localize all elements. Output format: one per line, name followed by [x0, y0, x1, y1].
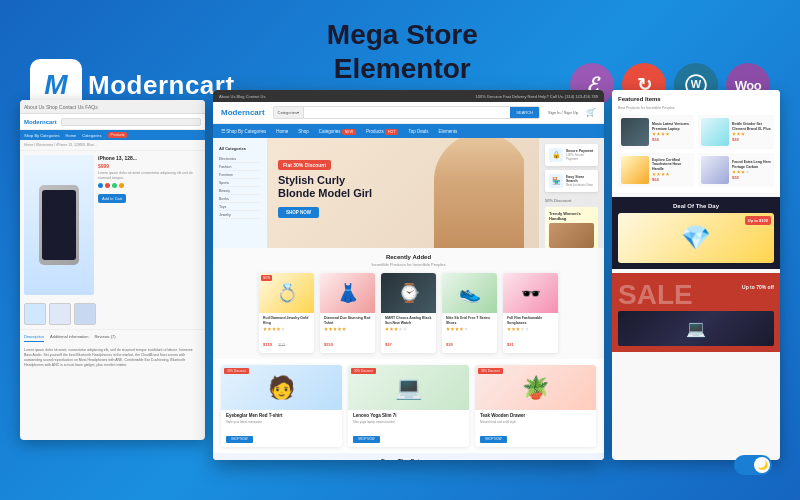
cat-furniture[interactable]: Furniture [219, 171, 261, 179]
star2 [268, 327, 272, 331]
cat-products[interactable]: Products HOT [366, 129, 398, 134]
tab-reviews[interactable]: Reviews (7) [94, 332, 115, 342]
sale-section: SALE Up to 70% off 💻 [612, 273, 780, 352]
toggle-thumb: 🌙 [754, 457, 770, 473]
cat-elements[interactable]: Elements [438, 129, 457, 134]
star4 [277, 327, 281, 331]
cat-home[interactable]: Home [276, 129, 288, 134]
jewelry-image: NEW 💍 [259, 273, 314, 313]
color-yellow[interactable] [119, 183, 124, 188]
laptop-name: Music Latest Ventures Premium Laptop [652, 122, 691, 131]
tab-additional-info[interactable]: Additional information [50, 332, 88, 342]
bottle-image [701, 118, 729, 146]
discount-label: 50% Discount [545, 198, 598, 203]
deal-headphones: 35% Discount 🧑 Eyebeglar Men Red T-shirt… [221, 365, 342, 447]
deal-yoga-sub: Slim yoga laptop newest model [353, 420, 464, 424]
teak-deal-image: 36% Discount 🪴 [475, 365, 596, 410]
title-line1: Mega Store Elementor [327, 19, 478, 84]
bottle-info: Bottle Grinder Set Clement Brand XL Plus… [732, 122, 771, 142]
cat-categories[interactable]: Categories NEW [319, 129, 356, 134]
star5 [525, 327, 529, 331]
cat-jewelry[interactable]: Jewelry [219, 211, 261, 219]
cat-shop[interactable]: Shop [298, 129, 309, 134]
screenshot-left: About Us Shop Contact Us FAQs Moderncart… [20, 100, 205, 440]
search-category-select[interactable]: Categories ▾ [274, 107, 304, 118]
laptop-price: $34 [652, 137, 691, 142]
hero-shop-now-button[interactable]: SHOP NOW [278, 207, 319, 218]
glasses-name: Full Rim Fashionable Sunglasses [507, 316, 554, 325]
watch-stars [385, 327, 432, 331]
thumb-3[interactable] [74, 303, 96, 325]
product-price: $999 [98, 163, 201, 169]
feat-lamp: Explore Certified Touchstone Hose Handle… [618, 153, 694, 187]
color-blue[interactable] [98, 183, 103, 188]
bottle-price: $28 [732, 137, 771, 142]
suitcase-stars [732, 170, 771, 174]
sale-content: SALE Up to 70% off [618, 279, 774, 311]
hero-text: Flat 30% Discount Stylish Curly Blonde M… [278, 153, 378, 218]
deal-headphones-btn[interactable]: SHOP NOW [226, 436, 253, 443]
headphones-info: Eyebeglar Men Red T-shirt Style your lat… [221, 410, 342, 447]
deal-teak-btn[interactable]: SHOP NOW [480, 436, 507, 443]
deal-yoga-btn[interactable]: SHOP NOW [353, 436, 380, 443]
thumb-2[interactable] [49, 303, 71, 325]
cat-fashion[interactable]: Fashion [219, 163, 261, 171]
s2 [657, 132, 661, 136]
color-red[interactable] [105, 183, 110, 188]
center-search-bar[interactable]: Categories ▾ SEARCH [273, 106, 540, 119]
star1 [324, 327, 328, 331]
thumb-1[interactable] [24, 303, 46, 325]
clothing-name: Diamond Duo Stunning Red Tshirt [324, 316, 371, 325]
featured-title: Featured Items [618, 96, 774, 102]
lamp-image [621, 156, 649, 184]
feature-sub: 100% Secure Payment [566, 153, 594, 161]
cat-sports[interactable]: Sports [219, 179, 261, 187]
glasses-icon: 🕶️ [521, 284, 541, 303]
bottle-stars [732, 132, 771, 136]
cat-beauty[interactable]: Beauty [219, 187, 261, 195]
dark-mode-toggle[interactable]: 🌙 [734, 455, 772, 475]
product-card-jewelry: NEW 💍 Ruil Diamond Jewelry Gold Ring [259, 273, 314, 353]
hero-model-area [424, 138, 524, 248]
store-icon: 🏪 [549, 174, 563, 188]
shoes-image: 👟 [442, 273, 497, 313]
deal-headphones-name: Eyebeglar Men Red T-shirt [226, 413, 337, 418]
phone-image [39, 185, 79, 265]
recently-section-sub: Incredible Products for Incredible Peopl… [221, 262, 596, 267]
cat-top-deals[interactable]: Top Deals [408, 129, 428, 134]
product-title: iPhone 13, 128... [98, 155, 201, 161]
stars [263, 327, 310, 331]
cat-toys[interactable]: Toys [219, 203, 261, 211]
teak-info: Teak Wooden Drawer Natural teak and soli… [475, 410, 596, 447]
cat-books[interactable]: Books [219, 195, 261, 203]
watch-icon: ⌚ [398, 282, 420, 304]
sale-discount: Up to 70% off [742, 284, 774, 290]
suitcase-price: $38 [732, 175, 771, 180]
product-details: iPhone 13, 128... $999 Lorem ipsum dolor… [98, 155, 201, 295]
topbar-left: About Us Blog Contact Us [219, 94, 265, 99]
star3 [333, 327, 337, 331]
product-tabs: Description Additional information Revie… [20, 329, 205, 344]
left-navbar: Moderncart [20, 114, 205, 130]
feat-suitcase: Found Extra Long Hem Portage Carbon $38 [698, 153, 774, 187]
feature-store-sub: Best Locations Near [566, 183, 594, 187]
product-card-clothing: 👗 Diamond Duo Stunning Red Tshirt [320, 273, 375, 353]
search-button[interactable]: SEARCH [510, 107, 539, 118]
color-green[interactable] [112, 183, 117, 188]
left-search[interactable] [61, 118, 201, 126]
breadcrumb: Home / Electronics / iPhone 13, 128GB, B… [24, 143, 97, 147]
glasses-info: Full Rim Fashionable Sunglasses $21 [503, 313, 558, 353]
add-to-cart-button[interactable]: Add to Cart [98, 194, 126, 203]
sign-in-link[interactable]: Sign In / Sign Up [548, 110, 578, 115]
headphones-tag: 35% Discount [224, 368, 249, 374]
s3 [741, 132, 745, 136]
suitcase-image [701, 156, 729, 184]
cart-icon[interactable]: 🛒 [586, 108, 596, 117]
sofa-title: Trendy Women's Handbag [549, 211, 594, 221]
tab-description[interactable]: Description [24, 332, 44, 342]
cat-electronics[interactable]: Electronics [219, 155, 261, 163]
hero-main: Flat 30% Discount Stylish Curly Blonde M… [268, 138, 539, 248]
shoes-name: Nike Sb Grid Free T Series Shoes [446, 316, 493, 325]
cat-shop-by[interactable]: ☰ Shop By Categories [221, 129, 266, 134]
s4 [666, 172, 670, 176]
